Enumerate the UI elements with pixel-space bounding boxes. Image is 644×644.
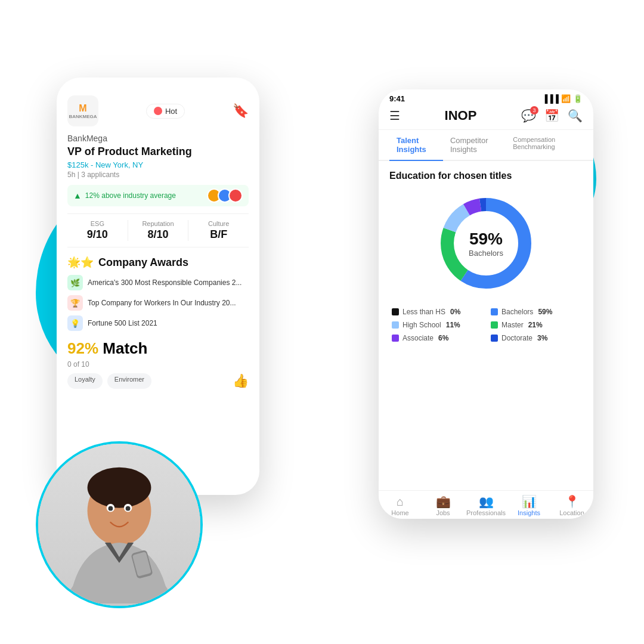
- chart-section: Education for chosen titles: [379, 161, 593, 352]
- award-item-3: 💡 Fortune 500 List 2021: [67, 315, 249, 331]
- legend-label-less-than-hs: Less than HS: [402, 308, 445, 316]
- nav-jobs[interactable]: 💼 Jobs: [422, 496, 465, 516]
- donut-percent: 59%: [469, 230, 503, 249]
- legend-label-associate: Associate: [402, 334, 434, 342]
- nav-location-label: Location: [559, 509, 584, 516]
- nav-professionals-label: Professionals: [466, 509, 506, 516]
- legend-dot-master: [491, 321, 498, 329]
- legend-dot-high-school: [392, 321, 399, 329]
- status-time: 9:41: [389, 94, 405, 103]
- person-svg: [38, 444, 200, 606]
- hamburger-icon[interactable]: ☰: [389, 109, 400, 123]
- jobs-icon: 💼: [436, 496, 451, 507]
- location-icon: 📍: [565, 496, 580, 507]
- legend-dot-less-than-hs: [392, 308, 399, 315]
- donut-center-label: Bachelors: [469, 249, 503, 258]
- score-esg-value: 9/10: [67, 228, 128, 241]
- tag-envirome: Enviromer: [107, 373, 151, 389]
- legend-associate: Associate 6%: [392, 334, 481, 342]
- search-icon[interactable]: 🔍: [568, 109, 583, 123]
- header-icons: 💬 3 📅 🔍: [521, 109, 583, 123]
- award-text-3: Fortune 500 List 2021: [88, 319, 157, 327]
- score-rep-value: 8/10: [128, 228, 188, 241]
- nav-location[interactable]: 📍 Location: [550, 496, 593, 516]
- svg-point-9: [88, 467, 151, 508]
- legend-label-master: Master: [501, 321, 524, 329]
- legend-label-bachelors: Bachelors: [501, 308, 533, 316]
- nav-home-label: Home: [391, 509, 408, 516]
- awards-stars-icon: 🌟⭐: [67, 256, 94, 269]
- legend-doctorate: Doctorate 3%: [491, 334, 580, 342]
- notification-button[interactable]: 💬 3: [521, 109, 536, 123]
- legend-val-bachelors: 59%: [538, 308, 552, 316]
- scores-row: ESG 9/10 Reputation 8/10 Culture B/F: [67, 213, 249, 247]
- award-item-1: 🌿 America's 300 Most Responsible Compani…: [67, 275, 249, 290]
- job-salary: $125k - New York, NY: [67, 160, 249, 169]
- nav-insights-label: Insights: [518, 509, 540, 516]
- signal-icon: ▐▐▐: [542, 94, 559, 103]
- legend-val-associate: 6%: [438, 334, 448, 342]
- insights-icon: 📊: [522, 496, 537, 507]
- calendar-icon[interactable]: 📅: [544, 109, 559, 123]
- job-title: VP of Product Marketing: [67, 145, 249, 158]
- nav-jobs-label: Jobs: [436, 509, 450, 516]
- tab-compensation-benchmarking[interactable]: Compensation Benchmarking: [506, 130, 583, 161]
- award-hex-3: 💡: [67, 315, 83, 331]
- score-culture-label: Culture: [188, 220, 249, 227]
- donut-center: 59% Bachelors: [469, 230, 503, 258]
- award-hex-2: 🏆: [67, 295, 83, 311]
- bookmark-icon[interactable]: 🔖: [233, 103, 249, 119]
- award-text-2: Top Company for Workers In Our Industry …: [88, 299, 236, 307]
- job-meta: 5h | 3 applicants: [67, 171, 249, 179]
- applicant-avatars: [210, 188, 243, 203]
- like-button[interactable]: 👍: [233, 373, 249, 389]
- industry-avg-text: 12% above industry average: [85, 191, 176, 200]
- bottom-nav: ⌂ Home 💼 Jobs 👥 Professionals 📊 Insights…: [379, 490, 593, 519]
- legend-dot-doctorate: [491, 335, 498, 342]
- hot-badge: Hot: [146, 104, 185, 119]
- legend-label-doctorate: Doctorate: [501, 334, 532, 342]
- industry-avg: ▲ 12% above industry average: [67, 185, 249, 206]
- legend-val-less-than-hs: 0%: [450, 308, 460, 316]
- score-culture: Culture B/F: [188, 220, 249, 241]
- tabs-row: Talent Insights Competitor Insights Comp…: [379, 130, 593, 161]
- tab-talent-insights[interactable]: Talent Insights: [389, 130, 443, 161]
- match-text: 92% Match: [67, 339, 249, 358]
- hot-label: Hot: [165, 107, 177, 116]
- home-icon: ⌂: [397, 496, 404, 507]
- donut-chart-container: 59% Bachelors: [389, 190, 583, 297]
- professionals-icon: 👥: [479, 496, 494, 507]
- hot-dot-icon: [154, 107, 162, 115]
- match-label: Match: [103, 339, 147, 357]
- legend-grid: Less than HS 0% Bachelors 59% High Schoo…: [389, 308, 583, 342]
- person-silhouette: [38, 444, 200, 606]
- score-esg-label: ESG: [67, 220, 128, 227]
- company-name: BankMega: [67, 134, 249, 143]
- wifi-icon: 📶: [561, 94, 571, 103]
- phone-right: 9:41 ▐▐▐ 📶 🔋 ☰ INOP 💬 3 📅 🔍: [379, 89, 593, 519]
- bank-logo-icon: M: [79, 103, 86, 114]
- score-culture-value: B/F: [188, 228, 249, 241]
- up-arrow-icon: ▲: [73, 191, 82, 200]
- progress-text: 0 of 10: [67, 360, 249, 369]
- bank-logo: M BANKMEGA: [67, 95, 98, 126]
- bank-logo-text: BANKMEGA: [69, 114, 97, 119]
- legend-high-school: High School 11%: [392, 321, 481, 329]
- person-circle: [36, 441, 203, 608]
- legend-bachelors: Bachelors 59%: [491, 308, 580, 316]
- left-phone-header: M BANKMEGA Hot 🔖: [67, 95, 249, 126]
- legend-dot-associate: [392, 335, 399, 342]
- legend-label-high-school: High School: [402, 321, 441, 329]
- tab-competitor-insights[interactable]: Competitor Insights: [443, 130, 506, 161]
- awards-title: 🌟⭐ Company Awards: [67, 256, 249, 269]
- nav-insights[interactable]: 📊 Insights: [507, 496, 550, 516]
- nav-professionals[interactable]: 👥 Professionals: [465, 496, 507, 516]
- awards-section: 🌟⭐ Company Awards 🌿 America's 300 Most R…: [67, 256, 249, 331]
- tag-loyalty: Loyalty: [67, 373, 103, 389]
- battery-icon: 🔋: [573, 94, 583, 103]
- bottom-tags: Loyalty Enviromer 👍: [67, 373, 249, 389]
- legend-master: Master 21%: [491, 321, 580, 329]
- nav-home[interactable]: ⌂ Home: [379, 496, 422, 516]
- svg-point-13: [126, 506, 131, 511]
- legend-dot-bachelors: [491, 308, 498, 315]
